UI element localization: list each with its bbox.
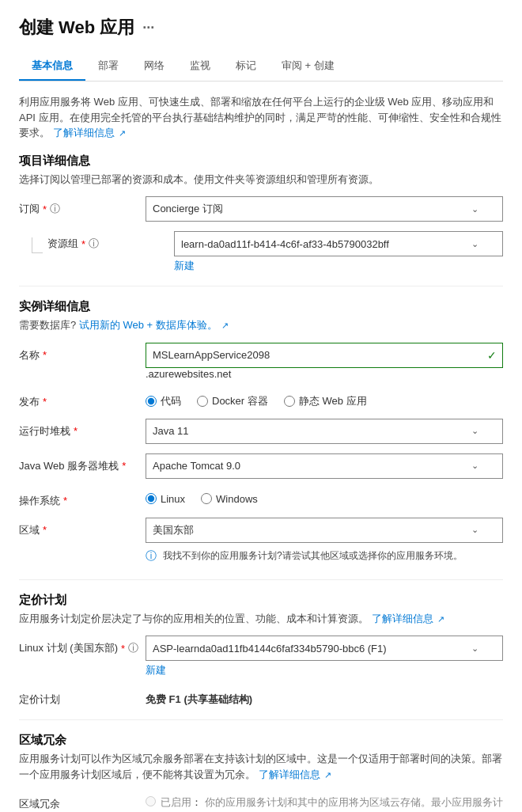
tab-monitor[interactable]: 监视 [177, 52, 223, 81]
pricing-plan-desc: 应用服务计划定价层决定了与你的应用相关的位置、功能、成本和计算资源。 了解详细信… [19, 611, 503, 627]
resource-group-row: 资源组 * ⓘ learn-da0ad11f-b414-4c6f-af33-4b… [19, 231, 503, 273]
tab-network[interactable]: 网络 [131, 52, 177, 81]
publish-static-option[interactable]: 静态 Web 应用 [284, 394, 367, 408]
project-details-header: 项目详细信息 [19, 154, 503, 169]
java-web-stack-chevron-icon: ⌄ [471, 461, 478, 471]
java-web-stack-required: * [122, 460, 126, 472]
zone-learn-more-link[interactable]: 了解详细信息 [259, 768, 320, 780]
project-details-desc: 选择订阅以管理已部署的资源和成本。使用文件夹等资源组织和管理所有资源。 [19, 172, 503, 188]
rg-chevron-icon: ⌄ [471, 239, 478, 249]
publish-code-label: 代码 [161, 394, 181, 408]
publish-docker-radio[interactable] [197, 396, 208, 407]
try-new-external-icon: ↗ [221, 321, 229, 330]
linux-plan-required: * [121, 643, 125, 655]
region-chevron-icon: ⌄ [471, 525, 478, 535]
java-web-stack-control: Apache Tomcat 9.0 ⌄ [146, 453, 503, 479]
linux-plan-label: Linux 计划 (美国东部) * ⓘ [19, 636, 146, 655]
tab-review-create[interactable]: 审阅 + 创建 [269, 52, 347, 81]
name-input-container: ✓ [146, 343, 503, 368]
rg-value: learn-da0ad11f-b414-4c6f-af33-4b5790032b… [181, 238, 389, 250]
rg-info-icon[interactable]: ⓘ [89, 237, 99, 251]
region-dropdown[interactable]: 美国东部 ⌄ [146, 518, 503, 543]
linux-plan-dropdown[interactable]: ASP-learnda0ad11fb4144c6faf334b5790-bbc6… [146, 636, 503, 661]
publish-docker-label: Docker 容器 [212, 394, 268, 408]
pricing-external-icon: ↗ [437, 614, 444, 624]
domain-suffix: .azurewebsites.net [146, 368, 503, 380]
zone-redundancy-row: 区域冗余 已启用： 你的应用服务计划和其中的应用将为区域云存储。最小应用服务计划… [19, 791, 503, 812]
publish-row: 发布 * 代码 Docker 容器 静态 Web 应用 [19, 389, 503, 409]
region-required: * [43, 524, 47, 536]
publish-static-label: 静态 Web 应用 [299, 394, 367, 408]
name-required: * [43, 349, 47, 361]
os-options: Linux Windows [146, 488, 503, 505]
zone-enabled-option[interactable]: 已启用： 你的应用服务计划和其中的应用将为区域云存储。最小应用服务计划实例计数将… [146, 795, 503, 812]
os-windows-radio[interactable] [201, 493, 212, 504]
os-label: 操作系统 * [19, 488, 146, 508]
os-row: 操作系统 * Linux Windows [19, 488, 503, 508]
name-control: ✓ .azurewebsites.net [146, 343, 503, 380]
pricing-tier-value: 免费 F1 (共享基础结构) [146, 687, 503, 707]
zone-enabled-label: 已启用 [161, 796, 191, 808]
name-label: 名称 * [19, 343, 146, 362]
region-info-msg: ⓘ 我找不到你的应用服务计划?请尝试其他区域或选择你的应用服务环境。 [146, 546, 503, 567]
zone-enabled-radio[interactable] [146, 796, 156, 806]
os-windows-option[interactable]: Windows [201, 493, 258, 505]
os-linux-radio[interactable] [146, 493, 157, 504]
java-web-stack-dropdown[interactable]: Apache Tomcat 9.0 ⌄ [146, 453, 503, 479]
tab-tags[interactable]: 标记 [223, 52, 269, 81]
linux-plan-control: ASP-learnda0ad11fb4144c6faf334b5790-bbc6… [146, 636, 503, 677]
linux-plan-new-link[interactable]: 新建 [146, 663, 503, 677]
zone-enabled-block: 已启用： 你的应用服务计划和其中的应用将为区域云存储。最小应用服务计划实例计数将… [161, 795, 503, 812]
divider-2 [19, 579, 503, 580]
try-new-link[interactable]: 试用新的 Web + 数据库体验。 [79, 319, 218, 331]
resource-group-control: learn-da0ad11f-b414-4c6f-af33-4b5790032b… [174, 231, 503, 273]
runtime-stack-dropdown[interactable]: Java 11 ⌄ [146, 419, 503, 444]
publish-required: * [43, 396, 47, 408]
page-title-container: 创建 Web 应用 ··· [19, 16, 503, 40]
java-web-stack-label: Java Web 服务器堆栈 * [19, 453, 146, 473]
resource-group-dropdown[interactable]: learn-da0ad11f-b414-4c6f-af33-4b5790032b… [174, 231, 503, 256]
name-input[interactable] [146, 343, 503, 368]
external-link-icon: ↗ [119, 128, 126, 138]
java-web-stack-row: Java Web 服务器堆栈 * Apache Tomcat 9.0 ⌄ [19, 453, 503, 479]
zone-redundancy-control: 已启用： 你的应用服务计划和其中的应用将为区域云存储。最小应用服务计划实例计数将… [146, 791, 503, 812]
os-linux-option[interactable]: Linux [146, 493, 185, 505]
linux-plan-value: ASP-learnda0ad11fb4144c6faf334b5790-bbc6… [153, 643, 387, 655]
subscription-dropdown[interactable]: Concierge 订阅 ⌄ [146, 196, 503, 222]
page-title: 创建 Web 应用 [19, 16, 134, 40]
runtime-stack-chevron-icon: ⌄ [471, 426, 478, 436]
pricing-tier-value-container: 免费 F1 (共享基础结构) [146, 687, 503, 707]
resource-group-label: 资源组 * ⓘ [47, 231, 174, 251]
region-label: 区域 * [19, 518, 146, 537]
name-check-icon: ✓ [487, 349, 497, 362]
region-info-icon: ⓘ [146, 549, 158, 563]
pricing-learn-more-link[interactable]: 了解详细信息 [372, 613, 433, 624]
tab-bar: 基本信息 部署 网络 监视 标记 审阅 + 创建 [19, 52, 503, 82]
runtime-stack-control: Java 11 ⌄ [146, 419, 503, 444]
instance-details-header: 实例详细信息 [19, 299, 503, 314]
subscription-info-icon[interactable]: ⓘ [50, 202, 60, 216]
os-linux-label: Linux [161, 493, 185, 505]
subscription-row: 订阅 * ⓘ Concierge 订阅 ⌄ [19, 196, 503, 222]
tree-line [32, 237, 43, 253]
rg-new-link[interactable]: 新建 [174, 259, 503, 273]
zone-redundancy-label: 区域冗余 [19, 791, 146, 811]
region-row: 区域 * 美国东部 ⌄ ⓘ 我找不到你的应用服务计划?请尝试其他区域或选择你的应… [19, 518, 503, 567]
pricing-plan-header: 定价计划 [19, 593, 503, 608]
linux-plan-info-icon[interactable]: ⓘ [128, 641, 138, 655]
linux-plan-chevron-icon: ⌄ [471, 643, 478, 654]
runtime-stack-label: 运行时堆栈 * [19, 419, 146, 438]
publish-docker-option[interactable]: Docker 容器 [197, 394, 268, 408]
instance-details-desc: 需要数据库? 试用新的 Web + 数据库体验。 ↗ [19, 317, 503, 333]
learn-more-link[interactable]: 了解详细信息 [53, 127, 115, 138]
publish-code-option[interactable]: 代码 [146, 394, 181, 408]
tab-basic-info[interactable]: 基本信息 [19, 52, 85, 81]
publish-code-radio[interactable] [146, 396, 157, 407]
publish-static-radio[interactable] [284, 396, 295, 407]
page-description: 利用应用服务将 Web 应用、可快速生成、部署和缩放在任何平台上运行的企业级 W… [19, 94, 503, 141]
tab-deploy[interactable]: 部署 [85, 52, 131, 81]
linux-plan-row: Linux 计划 (美国东部) * ⓘ ASP-learnda0ad11fb41… [19, 636, 503, 677]
region-info-text: 我找不到你的应用服务计划?请尝试其他区域或选择你的应用服务环境。 [163, 549, 463, 563]
zone-enabled-desc: 你的应用服务计划和其中的应用将为区域云存储。最小应用服务计划实例计数将为 3。 [161, 796, 503, 812]
more-options-icon[interactable]: ··· [142, 20, 154, 36]
